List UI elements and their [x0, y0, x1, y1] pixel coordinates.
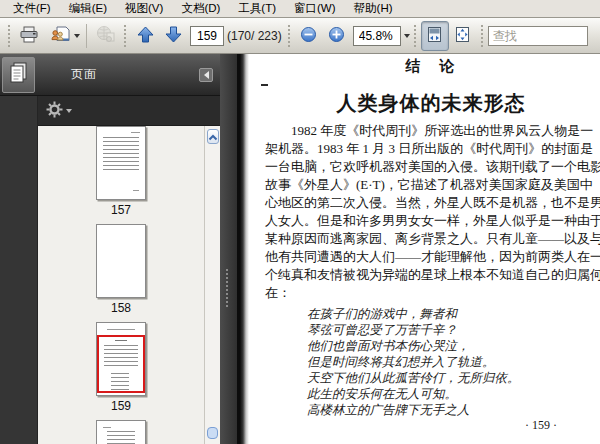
paragraph-line: 在：	[265, 284, 597, 302]
poem-line: 琴弦可曾忍受了万苦千辛？	[307, 322, 520, 338]
body-paragraph: 1982 年度《时代周刊》所评选出的世界风云人物是一 架机器。1983 年 1 …	[265, 122, 597, 302]
page-count-label: (170/ 223)	[227, 29, 282, 43]
pages-panel-button[interactable]	[2, 57, 35, 93]
poem-line: 他们也曾面对书本伤心哭泣，	[307, 338, 520, 354]
page-number-input[interactable]	[190, 26, 224, 46]
document-content: 结 论 人类身体的未来形态 1982 年度《时代周刊》所评选出的世界风云人物是一…	[265, 54, 597, 444]
arrow-down-icon	[164, 25, 183, 47]
collapse-panel-button[interactable]	[199, 68, 213, 82]
chevron-left-icon	[204, 71, 209, 79]
thumbnail-label: 158	[38, 301, 204, 315]
toolbar-grip[interactable]	[288, 25, 291, 47]
poem-line: 此生的安乐何在无人可知。	[307, 386, 520, 402]
toolbar-grip[interactable]	[414, 25, 417, 47]
chapter-title: 结 论	[265, 57, 597, 76]
thumbnail-list: 157 158 159	[38, 126, 204, 444]
toolbar-grip[interactable]	[124, 25, 127, 47]
options-gear-button[interactable]	[46, 101, 72, 121]
menu-bar: 文件(F) 编辑(E) 视图(V) 文档(D) 工具(T) 窗口(W) 帮助(H…	[0, 0, 600, 18]
menu-tools[interactable]: 工具(T)	[229, 0, 285, 17]
paragraph-line: 个纯真和友情被视为异端的星球上根本不知道自己的归属何	[265, 266, 597, 284]
scroll-up-button[interactable]	[207, 129, 219, 144]
poem-line: 但是时间终将其幻想并入了轨道。	[307, 354, 520, 370]
thumbnail-page-158[interactable]	[96, 224, 146, 298]
minus-circle-icon	[300, 26, 317, 46]
main-area: 页面	[0, 54, 600, 444]
chevron-up-icon	[208, 130, 218, 144]
paragraph-line: 某种原因而逃离家园、离乡背景之人。只有儿童——以及与	[265, 230, 597, 248]
collaborate-button[interactable]	[49, 21, 81, 51]
thumbnail-page-159-current[interactable]	[96, 322, 146, 396]
paragraph-line: 一台电脑，它欢呼机器对美国的入侵。该期刊载了一个电影	[265, 158, 597, 176]
document-page: 结 论 人类身体的未来形态 1982 年度《时代周刊》所评选出的世界风云人物是一…	[237, 54, 600, 444]
paragraph-line: 1982 年度《时代周刊》所评选出的世界风云人物是一	[265, 122, 597, 140]
current-view-indicator[interactable]	[97, 335, 145, 393]
page-number-footer: · 159 ·	[525, 418, 557, 433]
thumbnail-label: 159	[38, 399, 204, 413]
thumbnail-page-next-partial[interactable]	[96, 420, 146, 444]
globe-document-icon	[95, 25, 117, 46]
navigation-sidebar: 页面	[0, 54, 220, 444]
print-button[interactable]	[15, 21, 43, 51]
menu-view[interactable]: 视图(V)	[116, 0, 172, 17]
printer-icon	[19, 26, 39, 46]
panel-options-row	[38, 96, 220, 126]
plus-circle-icon	[328, 26, 345, 46]
review-sync-button-disabled[interactable]	[92, 21, 120, 51]
toolbar-separator	[86, 24, 87, 48]
paragraph-line: 人女人。但是和许多男男女女一样，外星人似乎是一种由于	[265, 212, 597, 230]
zoom-out-button[interactable]	[295, 21, 323, 51]
menu-help[interactable]: 帮助(H)	[345, 0, 402, 17]
poem-line: 天空下他们从此孤苦伶仃，无所归依。	[307, 370, 520, 386]
poem-line: 高楼林立的广告牌下无手之人	[307, 402, 520, 418]
menu-document[interactable]: 文档(D)	[172, 0, 229, 17]
fit-page-icon	[454, 26, 471, 46]
menu-window[interactable]: 窗口(W)	[285, 0, 345, 17]
toolbar-grip[interactable]	[481, 25, 484, 47]
thumbnail-page-157[interactable]	[96, 126, 146, 200]
zoom-level-input[interactable]	[353, 26, 401, 46]
panel-splitter[interactable]	[220, 54, 237, 444]
fit-page-button[interactable]	[449, 21, 477, 51]
zoom-in-button[interactable]	[323, 21, 351, 51]
pages-panel-title: 页面	[71, 66, 97, 83]
menu-edit[interactable]: 编辑(E)	[60, 0, 116, 17]
previous-page-button[interactable]	[131, 21, 159, 51]
pages-panel-header: 页面	[0, 54, 220, 96]
toolbar: (170/ 223)	[0, 18, 600, 54]
arrow-up-icon	[136, 25, 155, 47]
paragraph-line: 他有共同遭遇的大人们——才能理解他，因为前两类人在一	[265, 248, 597, 266]
collaborate-icon	[50, 26, 71, 46]
zoom-dropdown-icon[interactable]	[404, 34, 410, 38]
find-input[interactable]	[488, 26, 588, 46]
poem-line: 在孩子们的游戏中，舞者和	[307, 306, 520, 322]
section-title: 人类身体的未来形态	[265, 90, 597, 117]
paragraph-line: 心地区的第二次入侵。当然，外星人既不是机器，也不是男	[265, 194, 597, 212]
pages-icon	[9, 61, 29, 88]
pdf-viewer-window: 文件(F) 编辑(E) 视图(V) 文档(D) 工具(T) 窗口(W) 帮助(H…	[0, 0, 600, 444]
menu-file[interactable]: 文件(F)	[4, 0, 60, 17]
splitter-grip-icon	[226, 269, 230, 307]
toolbar-grip[interactable]	[8, 25, 11, 47]
paragraph-line: 架机器。1983 年 1 月 3 日所出版的《时代周刊》的封面是	[265, 140, 597, 158]
gear-icon	[46, 101, 63, 121]
next-page-button[interactable]	[159, 21, 187, 51]
thumbnail-label: 157	[38, 203, 204, 217]
thumbnail-scrollbar[interactable]	[204, 126, 220, 444]
scrollbar-thumb[interactable]	[207, 427, 218, 439]
chevron-down-icon	[74, 34, 80, 38]
scan-binding-shadow	[237, 54, 249, 444]
paragraph-line: 故事《外星人》(E·T)，它描述了机器对美国家庭及美国中	[265, 176, 597, 194]
chevron-down-icon	[66, 109, 72, 113]
poem-block: 在孩子们的游戏中，舞者和 琴弦可曾忍受了万苦千辛？ 他们也曾面对书本伤心哭泣， …	[307, 306, 520, 418]
scroll-page-icon	[426, 26, 443, 46]
scrolling-mode-button[interactable]	[421, 21, 449, 51]
panel-icon-strip	[0, 96, 38, 444]
